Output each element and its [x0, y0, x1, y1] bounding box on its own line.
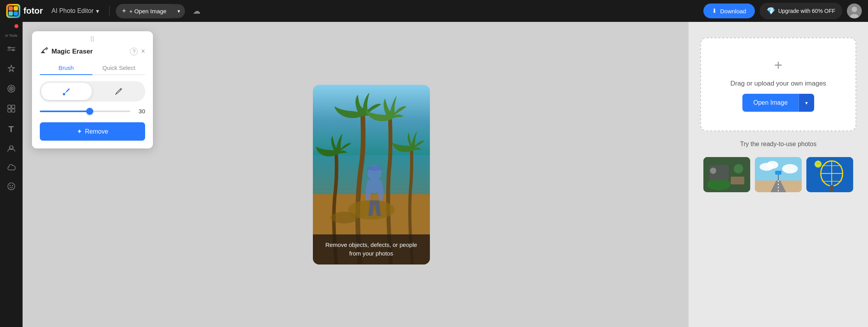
app-mode-label: AI Photo Editor	[51, 7, 94, 14]
sidebar-item-cloud[interactable]	[0, 160, 22, 177]
sticker-icon	[7, 182, 16, 193]
tab-brush-label: Brush	[59, 64, 74, 71]
panel-drag-handle[interactable]: ⠿	[32, 31, 153, 46]
topbar: fotor AI Photo Editor ▾ + + Open Image ▾…	[0, 0, 868, 22]
sidebar-item-sticker[interactable]	[0, 178, 22, 197]
cloud-icon	[7, 164, 16, 173]
magic-eraser-icon	[40, 46, 48, 57]
download-icon: ⬇	[712, 7, 717, 14]
open-image-large-button[interactable]: Open Image ▾	[742, 94, 814, 112]
user-avatar[interactable]	[847, 4, 862, 18]
open-image-main-button[interactable]: + + Open Image	[116, 4, 173, 18]
sample-photo-3[interactable]	[806, 157, 853, 192]
svg-point-23	[12, 147, 13, 148]
content-area: ⠿ Magic Eraser ? ×	[23, 22, 868, 327]
slider-thumb[interactable]	[86, 108, 93, 115]
remove-label: Remove	[85, 128, 108, 135]
sidebar-item-retouch[interactable]	[0, 80, 22, 99]
svg-point-22	[10, 147, 11, 148]
sidebar-notification-dot	[14, 24, 18, 28]
elements-icon	[7, 104, 16, 115]
panel-header: Magic Eraser ? ×	[32, 46, 153, 61]
download-button[interactable]: ⬇ Download	[703, 4, 755, 18]
drag-dots-icon: ⠿	[90, 35, 96, 44]
svg-rect-20	[12, 109, 15, 112]
face-edit-icon	[7, 144, 16, 154]
canvas-area: ⠿ Magic Eraser ? ×	[23, 22, 689, 327]
upgrade-button[interactable]: 💎 Upgrade with 60% OFF	[760, 3, 842, 19]
panel-help-button[interactable]: ?	[130, 48, 138, 55]
svg-point-56	[815, 161, 822, 168]
fotor-wordmark: fotor	[23, 6, 43, 16]
svg-rect-38	[731, 177, 744, 184]
upload-text: Drag or upload your own images	[730, 80, 826, 88]
preview-image: Remove objects, defects, or people from …	[313, 85, 430, 264]
topbar-right: ⬇ Download 💎 Upgrade with 60% OFF	[703, 3, 862, 19]
preview-caption-text: Remove objects, defects, or people from …	[325, 241, 417, 257]
open-image-large-label: Open Image	[753, 99, 788, 106]
tool-buttons-group	[40, 81, 145, 102]
sidebar-item-face[interactable]	[0, 140, 22, 158]
sidebar-item-effects[interactable]	[0, 61, 22, 79]
app-mode-button[interactable]: AI Photo Editor ▾	[48, 5, 103, 17]
slider-fill	[40, 111, 90, 112]
cloud-sync-icon: ☁	[193, 6, 201, 16]
brush-tool-button[interactable]	[41, 83, 92, 100]
svg-rect-4	[14, 11, 18, 16]
preview-caption: Remove objects, defects, or people from …	[313, 234, 430, 264]
svg-rect-18	[12, 105, 15, 108]
adjust-icon	[7, 45, 16, 55]
retouch-icon	[7, 84, 16, 95]
right-panel: + Drag or upload your own images Open Im…	[689, 22, 868, 327]
open-image-dropdown-button[interactable]: ▾	[173, 5, 185, 17]
svg-point-25	[9, 185, 11, 186]
fotor-logo: fotor	[6, 4, 43, 18]
open-image-large-dropdown[interactable]: ▾	[799, 94, 814, 112]
panel-tabs: Brush Quick Select	[40, 61, 145, 75]
upload-plus-icon: +	[774, 57, 782, 73]
open-image-large-chevron: ▾	[805, 100, 808, 106]
svg-rect-55	[830, 185, 834, 192]
topbar-divider	[109, 5, 110, 16]
sidebar-item-text[interactable]: T	[0, 120, 22, 138]
slider-track[interactable]	[40, 111, 130, 112]
svg-point-15	[9, 87, 13, 91]
app-mode-chevron: ▾	[96, 7, 99, 15]
upload-zone[interactable]: + Drag or upload your own images Open Im…	[700, 38, 856, 131]
sample-photo-2[interactable]	[755, 157, 802, 192]
svg-rect-1	[9, 6, 13, 11]
open-image-button[interactable]: + + Open Image ▾	[116, 4, 185, 18]
svg-point-24	[8, 183, 15, 190]
pen-tool-button[interactable]	[93, 83, 144, 100]
open-image-label: + Open Image	[129, 8, 166, 14]
open-image-large-main[interactable]: Open Image	[742, 94, 799, 112]
sidebar-item-elements[interactable]	[0, 100, 22, 119]
tab-quick-select[interactable]: Quick Select	[92, 61, 145, 74]
sidebar: AI Tools	[0, 22, 23, 327]
sample-photo-1[interactable]	[703, 157, 750, 192]
magic-eraser-panel: ⠿ Magic Eraser ? ×	[32, 31, 153, 148]
tab-brush[interactable]: Brush	[40, 61, 92, 74]
download-label: Download	[720, 8, 746, 14]
svg-point-16	[11, 88, 12, 89]
panel-title: Magic Eraser	[51, 48, 127, 55]
remove-button[interactable]: ✦ Remove	[40, 122, 145, 141]
close-icon: ×	[141, 47, 145, 55]
svg-rect-17	[8, 105, 11, 108]
effects-icon	[7, 64, 16, 75]
main-layout: AI Tools	[0, 22, 868, 327]
text-icon: T	[9, 124, 14, 134]
svg-point-40	[734, 164, 743, 173]
panel-close-button[interactable]: ×	[141, 47, 145, 55]
sidebar-item-adjust[interactable]	[0, 41, 22, 59]
svg-rect-48	[778, 175, 779, 180]
fotor-logo-icon	[6, 4, 20, 18]
brush-size-slider-row: 30	[40, 108, 145, 114]
person-selection-overlay	[359, 165, 390, 225]
sample-photos-row	[703, 157, 853, 192]
upgrade-diamond-icon: 💎	[767, 7, 775, 15]
svg-point-27	[63, 93, 65, 95]
svg-point-14	[8, 85, 15, 92]
remove-sparkle-icon: ✦	[77, 128, 82, 135]
sidebar-ai-tools-label: AI Tools	[5, 34, 18, 38]
